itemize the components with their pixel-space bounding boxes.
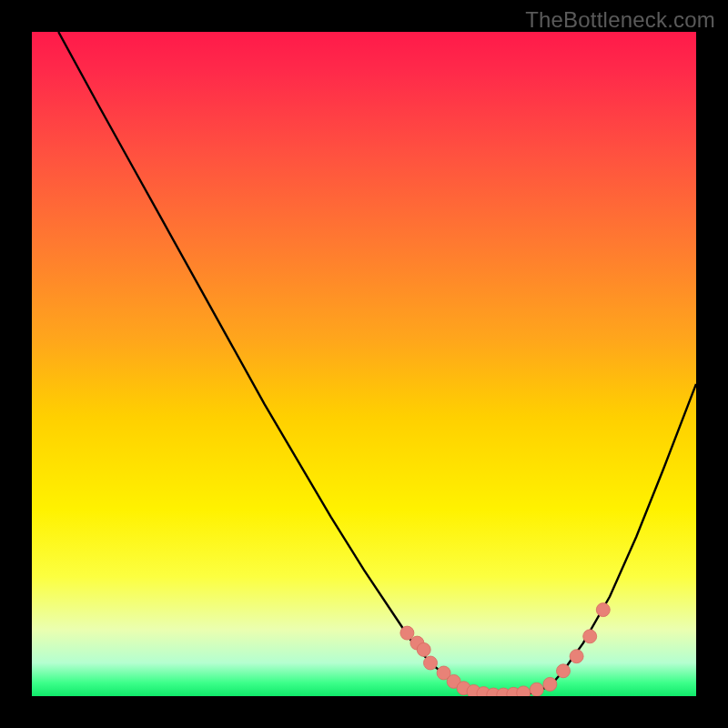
- marker-dot: [400, 626, 414, 640]
- marker-dot: [557, 664, 571, 678]
- plot-area: [32, 32, 696, 696]
- bottleneck-curve: [32, 32, 696, 696]
- marker-dot: [517, 686, 531, 696]
- watermark-text: TheBottleneck.com: [525, 7, 715, 33]
- marker-dot: [583, 630, 597, 643]
- curve-markers: [400, 603, 610, 696]
- chart-container: TheBottleneck.com: [0, 0, 728, 728]
- marker-dot: [570, 650, 583, 663]
- marker-dot: [530, 682, 543, 696]
- marker-dot: [424, 656, 438, 670]
- curve-line: [58, 32, 696, 695]
- marker-dot: [543, 677, 557, 691]
- marker-dot: [417, 642, 430, 656]
- marker-dot: [596, 603, 610, 617]
